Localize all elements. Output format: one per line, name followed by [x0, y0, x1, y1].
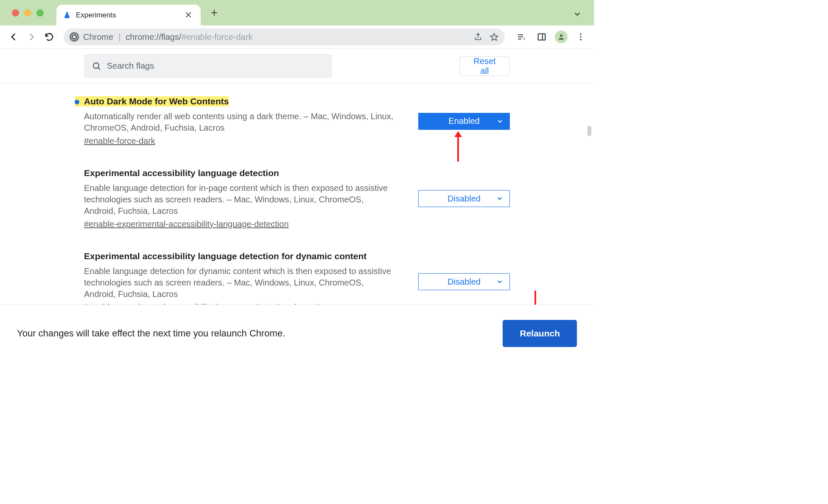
flag-state-label: Disabled [448, 277, 481, 287]
flags-page: Search flags Reset all Auto Dark Mode fo… [0, 49, 594, 361]
chevron-down-icon [496, 278, 504, 286]
back-button[interactable] [6, 29, 21, 45]
reload-button[interactable] [42, 29, 57, 45]
flags-sticky-header: Search flags Reset all [0, 49, 594, 84]
menu-button[interactable] [573, 30, 588, 44]
modified-indicator-icon [75, 100, 79, 104]
address-bar[interactable]: Chrome | chrome://flags/#enable-force-da… [64, 28, 505, 45]
profile-avatar-button[interactable] [555, 31, 568, 43]
flask-icon [63, 11, 71, 19]
flag-title: Auto Dark Mode for Web Contents [75, 96, 229, 106]
tabs-dropdown-button[interactable] [573, 9, 582, 19]
flag-row: Experimental accessibility language dete… [75, 251, 510, 312]
browser-tabstrip: Experiments ✕ [0, 0, 594, 25]
flag-state-label: Enabled [448, 116, 479, 126]
bookmark-icon[interactable] [490, 32, 499, 42]
flags-list: Auto Dark Mode for Web Contents Automati… [0, 84, 594, 312]
flag-title: Experimental accessibility language dete… [75, 168, 279, 178]
flag-row: Experimental accessibility language dete… [75, 168, 510, 229]
flag-state-label: Disabled [448, 194, 481, 204]
window-maximize-button[interactable] [36, 9, 44, 17]
forward-button[interactable] [24, 29, 39, 45]
flag-state-select[interactable]: Enabled [418, 113, 510, 130]
reset-all-button[interactable]: Reset all [459, 56, 510, 76]
omnibox-url: chrome://flags/#enable-force-dark [126, 32, 252, 42]
window-close-button[interactable] [12, 9, 19, 17]
svg-point-3 [560, 34, 562, 37]
svg-point-5 [580, 36, 582, 38]
close-tab-button[interactable]: ✕ [183, 11, 194, 20]
flag-description: Automatically render all web contents us… [75, 111, 397, 134]
omnibox-separator: | [118, 32, 120, 42]
chrome-badge-icon [70, 32, 79, 42]
scrollbar-thumb[interactable] [587, 126, 591, 136]
browser-tab[interactable]: Experiments ✕ [56, 5, 201, 25]
flag-hash-link[interactable]: #enable-experimental-accessibility-langu… [75, 219, 289, 229]
flag-state-select[interactable]: Disabled [418, 190, 510, 207]
new-tab-button[interactable] [210, 8, 218, 17]
search-placeholder: Search flags [107, 61, 154, 71]
omnibox-url-fragment: #enable-force-dark [182, 32, 253, 42]
relaunch-button[interactable]: Relaunch [503, 320, 577, 347]
chevron-down-icon [496, 118, 504, 125]
browser-toolbar: Chrome | chrome://flags/#enable-force-da… [0, 25, 594, 49]
svg-point-7 [93, 63, 99, 68]
window-controls [12, 9, 44, 17]
omnibox-url-path: chrome://flags/ [126, 32, 181, 42]
flag-state-select[interactable]: Disabled [418, 273, 510, 290]
flag-description: Enable language detection for in-page co… [75, 182, 397, 217]
search-flags-input[interactable]: Search flags [84, 54, 332, 78]
window-minimize-button[interactable] [24, 9, 31, 17]
flag-title: Experimental accessibility language dete… [75, 251, 366, 261]
flag-row: Auto Dark Mode for Web Contents Automati… [75, 96, 510, 146]
annotation-arrow-up-icon [457, 136, 459, 162]
share-icon[interactable] [473, 32, 483, 42]
side-panel-button[interactable] [534, 30, 549, 44]
svg-point-0 [73, 36, 76, 39]
flag-description: Enable language detection for dynamic co… [75, 266, 397, 300]
relaunch-message: Your changes will take effect the next t… [17, 328, 285, 339]
media-control-button[interactable] [514, 30, 529, 44]
svg-rect-2 [538, 34, 545, 40]
svg-point-6 [580, 39, 582, 41]
tab-title: Experiments [76, 11, 178, 20]
omnibox-scheme: Chrome [83, 32, 113, 42]
flag-hash-link[interactable]: #enable-force-dark [75, 136, 155, 146]
relaunch-bar: Your changes will take effect the next t… [0, 305, 594, 361]
svg-point-4 [580, 34, 582, 35]
search-icon [92, 61, 102, 71]
chevron-down-icon [496, 195, 504, 202]
